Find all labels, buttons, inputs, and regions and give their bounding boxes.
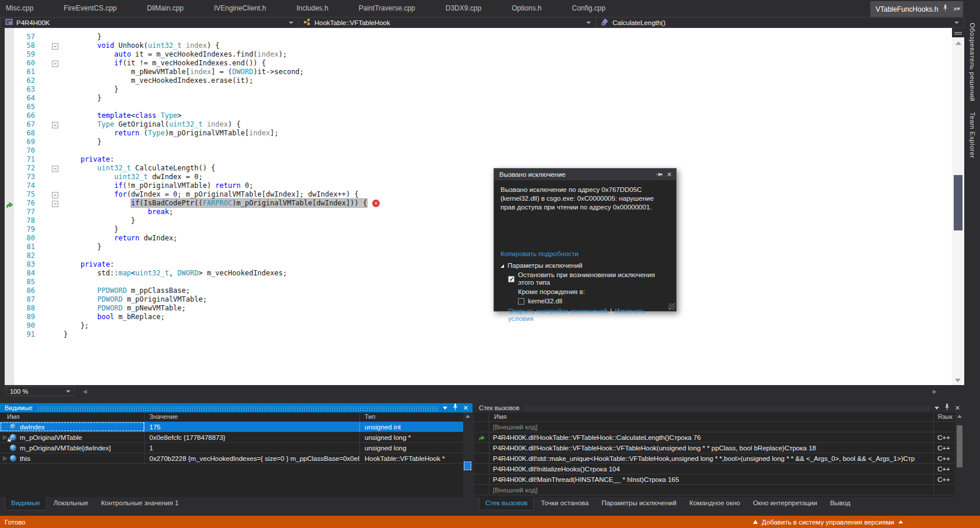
fold-marker[interactable]: − <box>51 59 59 68</box>
tool-tab-Точки останова[interactable]: Точки останова <box>535 497 594 510</box>
tool-tab-Параметры исключений[interactable]: Параметры исключений <box>596 497 682 510</box>
tab-D3DX9.cpp[interactable]: D3DX9.cpp <box>430 0 496 17</box>
column-header-language[interactable]: Язык <box>934 412 955 421</box>
side-tab-Обозреватель решений[interactable]: Обозреватель решений <box>969 23 976 102</box>
fold-marker[interactable]: − <box>51 190 59 199</box>
open-exception-settings-link[interactable]: Открыть настройки исключений <box>508 307 607 314</box>
break-checkbox[interactable] <box>508 276 514 282</box>
code-line-79[interactable]: 79 } <box>14 225 952 234</box>
project-scope-dropdown[interactable]: P4R4H00K <box>0 17 299 28</box>
autos-row[interactable]: m_pOriginalVMTable[dwIndex]1unsigned lon… <box>0 443 463 453</box>
code-line-89[interactable]: 89 bool m_bReplace; <box>14 313 952 321</box>
code-line-86[interactable]: 86 PPDWORD m_ppClassBase; <box>14 286 952 295</box>
autos-name-cell[interactable]: m_pOriginalVMTable[dwIndex] <box>0 443 145 453</box>
close-icon[interactable]: ✕ <box>463 405 468 411</box>
code-line-61[interactable]: 61 m_pNewVMTable[index] = (DWORD)it->sec… <box>14 68 952 76</box>
scroll-up-icon[interactable] <box>466 415 470 418</box>
autos-row[interactable]: ▷m_pOriginalVMTable0x0e8efcfc {177847887… <box>0 432 463 443</box>
autos-value-cell[interactable]: 175 <box>145 422 360 432</box>
autos-row[interactable]: ▷this0x270b2228 {m_vecHookedIndexes={ si… <box>0 453 463 464</box>
autos-value-cell[interactable]: 1 <box>145 443 360 453</box>
code-line-90[interactable]: 90 }; <box>14 321 952 330</box>
code-line-58[interactable]: 58− void Unhook(uint32_t index) { <box>14 41 952 50</box>
exception-settings-expander[interactable]: Параметры исключений <box>501 262 670 270</box>
code-line-82[interactable]: 82 <box>14 251 952 260</box>
code-line-77[interactable]: 77 break; <box>14 208 952 216</box>
exception-dialog-titlebar[interactable]: Вызвано исключение ✕ <box>494 169 676 180</box>
scrollbar-thumb[interactable] <box>464 461 471 470</box>
tab-IVEngineClient.h[interactable]: IVEngineClient.h <box>199 0 281 17</box>
autos-name-cell[interactable]: ▷m_pOriginalVMTable <box>0 432 145 442</box>
resize-grip[interactable] <box>668 303 675 310</box>
scroll-up-icon[interactable] <box>956 41 961 45</box>
scrollbar-thumb[interactable] <box>954 175 963 230</box>
code-line-81[interactable]: 81 } <box>14 243 952 251</box>
autos-type-cell[interactable]: HookTable::VFTableHook * <box>360 453 463 463</box>
copy-details-link[interactable]: Копировать подробности <box>501 250 670 258</box>
code-line-72[interactable]: 72− uint32_t CalculateLength() { <box>14 164 952 173</box>
autos-panel-titlebar[interactable]: Видимые ✕ <box>0 403 473 412</box>
close-icon[interactable]: ✕ <box>955 405 960 411</box>
code-line-71[interactable]: 71 private: <box>14 155 952 164</box>
autos-value-cell[interactable]: 0x270b2228 {m_vecHookedIndexes={ size=0 … <box>145 453 360 463</box>
code-line-67[interactable]: 67− Type GetOriginal(uint32_t index) { <box>14 120 952 129</box>
scroll-left-icon[interactable]: ◀ <box>83 389 87 394</box>
pin-icon[interactable] <box>453 404 458 412</box>
pin-icon[interactable] <box>944 404 950 412</box>
code-line-62[interactable]: 62 m_vecHookedIndexes.erase(it); <box>14 76 952 85</box>
code-line-68[interactable]: 68 return (Type)m_pOriginalVMTable[index… <box>14 129 952 138</box>
column-header-name[interactable]: Имя <box>0 412 145 421</box>
code-line-63[interactable]: 63 } <box>14 85 952 94</box>
tab-PaintTraverse.cpp[interactable]: PaintTraverse.cpp <box>344 0 430 17</box>
code-line-76[interactable]: 76− if(IsBadCodePtr((FARPROC)m_pOriginal… <box>14 199 952 208</box>
pin-icon[interactable] <box>943 5 948 13</box>
code-line-74[interactable]: 74 if(!m_pOriginalVMTable) return 0; <box>14 181 952 190</box>
scroll-right-icon[interactable]: ▶ <box>933 389 937 394</box>
code-line-60[interactable]: 60− if(it != m_vecHookedIndexes.end()) { <box>14 59 952 68</box>
fold-marker[interactable]: − <box>51 120 59 129</box>
autos-scrollbar[interactable] <box>463 412 473 497</box>
code-line-80[interactable]: 80 return dwIndex; <box>14 234 952 243</box>
autos-row[interactable]: dwIndex175unsigned int <box>0 422 463 432</box>
tab-Config.cpp[interactable]: Config.cpp <box>557 0 621 17</box>
column-header-type[interactable]: Тип <box>360 412 463 421</box>
code-line-59[interactable]: 59 auto it = m_vecHookedIndexes.find(ind… <box>14 50 952 59</box>
fold-marker[interactable]: − <box>51 41 59 50</box>
tool-tab-Окно интерпретации[interactable]: Окно интерпретации <box>747 497 823 510</box>
code-line-64[interactable]: 64 } <box>14 94 952 103</box>
tool-tab-Видимые[interactable]: Видимые <box>5 497 47 510</box>
code-line-69[interactable]: 69 } <box>14 138 952 146</box>
side-tab-Team Explorer[interactable]: Team Explorer <box>969 112 976 158</box>
tool-tab-Контрольные значения 1[interactable]: Контрольные значения 1 <box>95 497 184 510</box>
editor-zoom-dropdown[interactable]: 100 % <box>6 386 75 396</box>
column-header-name[interactable]: Имя <box>489 412 934 421</box>
code-line-87[interactable]: 87 PDWORD m_pOriginalVMTable; <box>14 295 952 304</box>
scrollbar-thumb[interactable] <box>957 425 963 467</box>
tool-tab-Командное окно[interactable]: Командное окно <box>684 497 746 510</box>
callstack-panel-titlebar[interactable]: Стек вызовов ✕ <box>474 403 964 412</box>
tab-DllMain.cpp[interactable]: DllMain.cpp <box>132 0 199 17</box>
window-position-icon[interactable] <box>935 407 939 410</box>
code-line-88[interactable]: 88 PDWORD m_pNewVMTable; <box>14 304 952 313</box>
tool-tab-Локальные[interactable]: Локальные <box>48 497 94 510</box>
code-line-85[interactable]: 85 <box>14 278 952 286</box>
autos-type-cell[interactable]: unsigned long * <box>360 432 463 442</box>
code-line-66[interactable]: 66 template<class Type> <box>14 111 952 120</box>
autos-type-cell[interactable]: unsigned int <box>360 422 463 432</box>
tab-Misc.cpp[interactable]: Misc.cpp <box>0 0 48 17</box>
code-line-73[interactable]: 73 uint32_t dwIndex = 0; <box>14 173 952 181</box>
fold-marker[interactable]: − <box>51 164 59 173</box>
code-editor[interactable]: 57 }58− void Unhook(uint32_t index) {59 … <box>5 28 952 385</box>
callstack-row[interactable]: P4R4H00K.dll!HookTable::VFTableHook::Cal… <box>474 432 955 443</box>
autos-name-cell[interactable]: dwIndex <box>0 422 145 432</box>
pin-icon[interactable] <box>654 172 662 177</box>
code-line-78[interactable]: 78 } <box>14 216 952 225</box>
tool-tab-Вывод[interactable]: Вывод <box>824 497 856 510</box>
tab-vtablefunchooks[interactable]: VTableFuncHooks.h ✕ <box>870 1 963 17</box>
callstack-row[interactable]: [Внешний код] <box>474 422 955 432</box>
callstack-scrollbar[interactable] <box>955 412 964 497</box>
tab-FireEventCS.cpp[interactable]: FireEventCS.cpp <box>48 0 132 17</box>
tool-tab-Стек вызовов[interactable]: Стек вызовов <box>479 497 534 510</box>
column-header-value[interactable]: Значение <box>145 412 360 421</box>
autos-value-cell[interactable]: 0x0e8efcfc {1778478873} <box>145 432 360 442</box>
